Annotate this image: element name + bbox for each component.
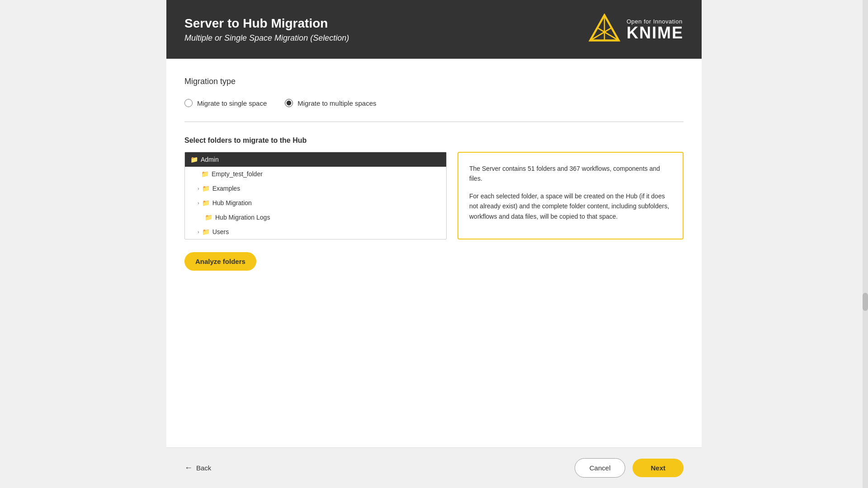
folder-item-admin[interactable]: 📁 Admin <box>185 152 446 167</box>
back-arrow-icon: ← <box>184 463 193 473</box>
chevron-right-icon: › <box>198 200 199 206</box>
info-text-2: For each selected folder, a space will b… <box>469 191 672 221</box>
info-box: The Server contains 51 folders and 367 w… <box>458 152 684 239</box>
radio-single-label: Migrate to single space <box>197 99 267 107</box>
knime-logo-icon <box>589 14 620 45</box>
folder-item-users[interactable]: › 📁 Users <box>185 225 446 239</box>
folder-tree: 📁 Admin 📁 Empty_test_folder › 📁 Examples <box>184 152 447 239</box>
divider <box>184 122 684 122</box>
radio-group: Migrate to single space Migrate to multi… <box>184 99 684 107</box>
radio-multiple-input[interactable] <box>285 99 293 107</box>
scrollbar-track[interactable] <box>863 0 868 488</box>
folder-item-hub-migration[interactable]: › 📁 Hub Migration <box>185 196 446 210</box>
folder-section-title: Select folders to migrate to the Hub <box>184 136 684 145</box>
content-area: Migration type Migrate to single space M… <box>166 59 702 447</box>
folder-label-admin: Admin <box>201 156 219 163</box>
folder-item-examples[interactable]: › 📁 Examples <box>185 181 446 196</box>
header-right: Open for Innovation KNIME <box>589 14 684 45</box>
folder-icon: 📁 <box>202 228 210 235</box>
analyze-folders-button[interactable]: Analyze folders <box>184 252 256 271</box>
back-label: Back <box>196 464 211 472</box>
folder-item-empty-test[interactable]: 📁 Empty_test_folder <box>185 167 446 181</box>
footer: ← Back Cancel Next <box>166 447 702 488</box>
knime-logo-text: Open for Innovation KNIME <box>627 18 684 41</box>
next-button[interactable]: Next <box>632 459 684 477</box>
radio-multiple-spaces[interactable]: Migrate to multiple spaces <box>285 99 376 107</box>
chevron-right-icon: › <box>198 229 199 235</box>
chevron-right-icon: › <box>198 186 199 191</box>
back-button[interactable]: ← Back <box>184 463 211 473</box>
scrollbar-thumb[interactable] <box>863 293 868 311</box>
folder-icon: 📁 <box>201 170 209 178</box>
folder-icon: 📁 <box>202 199 210 206</box>
folder-item-hub-migration-logs[interactable]: 📁 Hub Migration Logs <box>185 210 446 225</box>
header: Server to Hub Migration Multiple or Sing… <box>166 0 702 59</box>
info-text-1: The Server contains 51 folders and 367 w… <box>469 164 672 184</box>
folder-label-empty: Empty_test_folder <box>212 170 263 178</box>
radio-multiple-label: Migrate to multiple spaces <box>297 99 376 107</box>
radio-single-input[interactable] <box>184 99 193 107</box>
footer-right: Cancel Next <box>575 458 684 478</box>
radio-single-space[interactable]: Migrate to single space <box>184 99 267 107</box>
folder-icon: 📁 <box>202 185 210 192</box>
page-title: Server to Hub Migration <box>184 16 349 31</box>
folder-icon: 📁 <box>190 156 198 163</box>
header-left: Server to Hub Migration Multiple or Sing… <box>184 16 349 43</box>
folder-label-hub-migration: Hub Migration <box>212 199 252 206</box>
page-subtitle: Multiple or Single Space Migration (Sele… <box>184 33 349 43</box>
knime-brand: KNIME <box>627 25 684 41</box>
migration-type-label: Migration type <box>184 77 684 86</box>
folder-icon: 📁 <box>205 214 212 221</box>
folder-columns: 📁 Admin 📁 Empty_test_folder › 📁 Examples <box>184 152 684 239</box>
page-wrapper: Server to Hub Migration Multiple or Sing… <box>0 0 868 488</box>
cancel-button[interactable]: Cancel <box>575 458 626 478</box>
folder-label-examples: Examples <box>212 185 240 192</box>
folder-label-users: Users <box>212 228 229 235</box>
folder-label-hub-migration-logs: Hub Migration Logs <box>215 214 270 221</box>
